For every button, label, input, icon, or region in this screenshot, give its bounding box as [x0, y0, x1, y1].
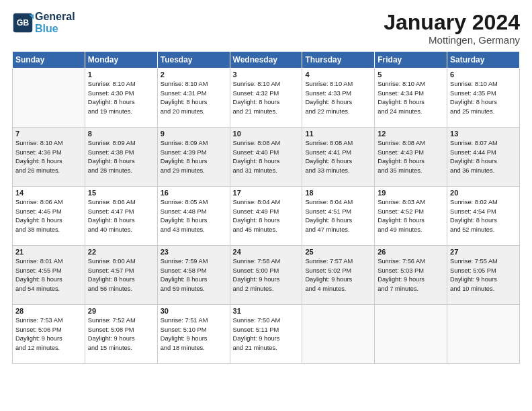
day-info: Sunrise: 8:04 AM Sunset: 4:51 PM Dayligh… — [305, 198, 371, 234]
day-number: 21 — [15, 248, 82, 256]
day-number: 9 — [161, 130, 227, 138]
logo-line2: Blue — [35, 23, 75, 35]
calendar-cell: 19Sunrise: 8:03 AM Sunset: 4:52 PM Dayli… — [375, 187, 447, 246]
day-info: Sunrise: 8:05 AM Sunset: 4:48 PM Dayligh… — [161, 198, 227, 234]
calendar-cell: 30Sunrise: 7:51 AM Sunset: 5:10 PM Dayli… — [157, 305, 230, 364]
day-number: 11 — [305, 130, 371, 138]
day-number: 17 — [233, 189, 300, 197]
calendar-subtitle: Mottingen, Germany — [384, 34, 520, 46]
day-number: 14 — [15, 189, 82, 197]
weekday-sunday: Sunday — [13, 52, 85, 68]
day-number: 4 — [305, 71, 371, 79]
day-number: 1 — [88, 71, 154, 79]
calendar-table: SundayMondayTuesdayWednesdayThursdayFrid… — [12, 51, 520, 364]
calendar-cell: 24Sunrise: 7:58 AM Sunset: 5:00 PM Dayli… — [230, 246, 302, 305]
calendar-cell: 23Sunrise: 7:59 AM Sunset: 4:58 PM Dayli… — [157, 246, 230, 305]
day-number: 25 — [305, 248, 371, 256]
calendar-cell: 10Sunrise: 8:08 AM Sunset: 4:40 PM Dayli… — [230, 128, 302, 187]
day-info: Sunrise: 8:08 AM Sunset: 4:43 PM Dayligh… — [378, 139, 444, 175]
week-row-5: 28Sunrise: 7:53 AM Sunset: 5:06 PM Dayli… — [13, 305, 520, 364]
calendar-cell: 14Sunrise: 8:06 AM Sunset: 4:45 PM Dayli… — [13, 187, 85, 246]
day-info: Sunrise: 8:00 AM Sunset: 4:57 PM Dayligh… — [88, 257, 154, 293]
calendar-cell: 11Sunrise: 8:08 AM Sunset: 4:41 PM Dayli… — [302, 128, 375, 187]
day-info: Sunrise: 8:10 AM Sunset: 4:32 PM Dayligh… — [233, 80, 300, 116]
calendar-cell: 6Sunrise: 8:10 AM Sunset: 4:35 PM Daylig… — [447, 68, 520, 128]
day-number: 20 — [450, 189, 517, 197]
day-number: 22 — [88, 248, 154, 256]
calendar-cell: 15Sunrise: 8:06 AM Sunset: 4:47 PM Dayli… — [85, 187, 157, 246]
calendar-cell: 2Sunrise: 8:10 AM Sunset: 4:31 PM Daylig… — [157, 68, 230, 128]
day-number: 3 — [233, 71, 300, 79]
day-info: Sunrise: 7:58 AM Sunset: 5:00 PM Dayligh… — [233, 257, 300, 293]
calendar-cell: 28Sunrise: 7:53 AM Sunset: 5:06 PM Dayli… — [13, 305, 85, 364]
logo-line1: General — [35, 11, 75, 23]
day-number: 19 — [378, 189, 444, 197]
calendar-cell: 4Sunrise: 8:10 AM Sunset: 4:33 PM Daylig… — [302, 68, 375, 128]
day-number: 8 — [88, 130, 154, 138]
day-number: 15 — [88, 189, 154, 197]
day-number: 23 — [161, 248, 227, 256]
day-info: Sunrise: 8:10 AM Sunset: 4:36 PM Dayligh… — [15, 139, 82, 175]
calendar-cell: 17Sunrise: 8:04 AM Sunset: 4:49 PM Dayli… — [230, 187, 302, 246]
day-number: 24 — [233, 248, 300, 256]
week-row-4: 21Sunrise: 8:01 AM Sunset: 4:55 PM Dayli… — [13, 246, 520, 305]
day-info: Sunrise: 8:08 AM Sunset: 4:40 PM Dayligh… — [233, 139, 300, 175]
day-info: Sunrise: 8:04 AM Sunset: 4:49 PM Dayligh… — [233, 198, 300, 234]
page-header: GB General Blue January 2024 Mottingen, … — [12, 11, 520, 46]
day-info: Sunrise: 7:56 AM Sunset: 5:03 PM Dayligh… — [378, 257, 444, 293]
day-number: 18 — [305, 189, 371, 197]
day-info: Sunrise: 8:06 AM Sunset: 4:47 PM Dayligh… — [88, 198, 154, 234]
calendar-cell: 8Sunrise: 8:09 AM Sunset: 4:38 PM Daylig… — [85, 128, 157, 187]
calendar-cell: 31Sunrise: 7:50 AM Sunset: 5:11 PM Dayli… — [230, 305, 302, 364]
week-row-3: 14Sunrise: 8:06 AM Sunset: 4:45 PM Dayli… — [13, 187, 520, 246]
day-number: 5 — [378, 71, 444, 79]
day-number: 31 — [233, 307, 300, 315]
calendar-cell — [302, 305, 375, 364]
weekday-tuesday: Tuesday — [157, 52, 230, 68]
day-info: Sunrise: 8:07 AM Sunset: 4:44 PM Dayligh… — [450, 139, 517, 175]
logo: GB General Blue — [12, 11, 75, 34]
calendar-cell: 5Sunrise: 8:10 AM Sunset: 4:34 PM Daylig… — [375, 68, 447, 128]
day-info: Sunrise: 8:02 AM Sunset: 4:54 PM Dayligh… — [450, 198, 517, 234]
day-info: Sunrise: 8:01 AM Sunset: 4:55 PM Dayligh… — [15, 257, 82, 293]
calendar-cell: 27Sunrise: 7:55 AM Sunset: 5:05 PM Dayli… — [447, 246, 520, 305]
weekday-thursday: Thursday — [302, 52, 375, 68]
svg-text:GB: GB — [17, 17, 30, 27]
day-info: Sunrise: 8:10 AM Sunset: 4:30 PM Dayligh… — [88, 80, 154, 116]
weekday-saturday: Saturday — [447, 52, 520, 68]
day-info: Sunrise: 8:09 AM Sunset: 4:38 PM Dayligh… — [88, 139, 154, 175]
day-info: Sunrise: 7:55 AM Sunset: 5:05 PM Dayligh… — [450, 257, 517, 293]
weekday-wednesday: Wednesday — [230, 52, 302, 68]
calendar-cell: 3Sunrise: 8:10 AM Sunset: 4:32 PM Daylig… — [230, 68, 302, 128]
calendar-cell — [13, 68, 85, 128]
calendar-title: January 2024 — [384, 11, 520, 34]
day-number: 30 — [161, 307, 227, 315]
day-info: Sunrise: 8:06 AM Sunset: 4:45 PM Dayligh… — [15, 198, 82, 234]
calendar-cell: 20Sunrise: 8:02 AM Sunset: 4:54 PM Dayli… — [447, 187, 520, 246]
day-info: Sunrise: 8:10 AM Sunset: 4:34 PM Dayligh… — [378, 80, 444, 116]
week-row-2: 7Sunrise: 8:10 AM Sunset: 4:36 PM Daylig… — [13, 128, 520, 187]
day-number: 12 — [378, 130, 444, 138]
day-info: Sunrise: 8:10 AM Sunset: 4:33 PM Dayligh… — [305, 80, 371, 116]
calendar-cell: 1Sunrise: 8:10 AM Sunset: 4:30 PM Daylig… — [85, 68, 157, 128]
day-number: 27 — [450, 248, 517, 256]
day-info: Sunrise: 7:50 AM Sunset: 5:11 PM Dayligh… — [233, 316, 300, 353]
day-info: Sunrise: 7:59 AM Sunset: 4:58 PM Dayligh… — [161, 257, 227, 293]
calendar-cell: 9Sunrise: 8:09 AM Sunset: 4:39 PM Daylig… — [157, 128, 230, 187]
title-block: January 2024 Mottingen, Germany — [384, 11, 520, 46]
day-number: 29 — [88, 307, 154, 315]
day-info: Sunrise: 7:51 AM Sunset: 5:10 PM Dayligh… — [161, 316, 227, 353]
day-number: 7 — [15, 130, 82, 138]
calendar-cell: 7Sunrise: 8:10 AM Sunset: 4:36 PM Daylig… — [13, 128, 85, 187]
calendar-cell: 29Sunrise: 7:52 AM Sunset: 5:08 PM Dayli… — [85, 305, 157, 364]
calendar-cell: 12Sunrise: 8:08 AM Sunset: 4:43 PM Dayli… — [375, 128, 447, 187]
weekday-monday: Monday — [85, 52, 157, 68]
calendar-cell: 13Sunrise: 8:07 AM Sunset: 4:44 PM Dayli… — [447, 128, 520, 187]
week-row-1: 1Sunrise: 8:10 AM Sunset: 4:30 PM Daylig… — [13, 68, 520, 128]
day-info: Sunrise: 7:52 AM Sunset: 5:08 PM Dayligh… — [88, 316, 154, 353]
day-info: Sunrise: 7:57 AM Sunset: 5:02 PM Dayligh… — [305, 257, 371, 293]
day-number: 13 — [450, 130, 517, 138]
weekday-friday: Friday — [375, 52, 447, 68]
day-number: 16 — [161, 189, 227, 197]
day-number: 26 — [378, 248, 444, 256]
